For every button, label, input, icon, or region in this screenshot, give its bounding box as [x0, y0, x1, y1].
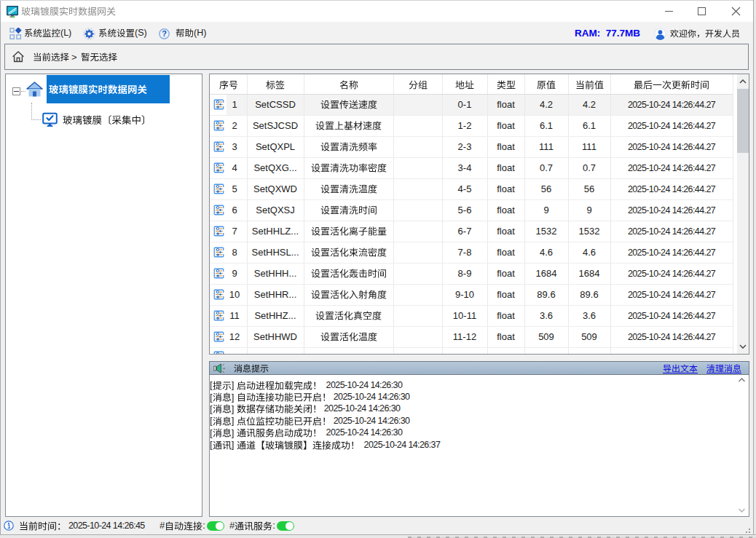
svg-text:?: ? — [162, 29, 167, 38]
